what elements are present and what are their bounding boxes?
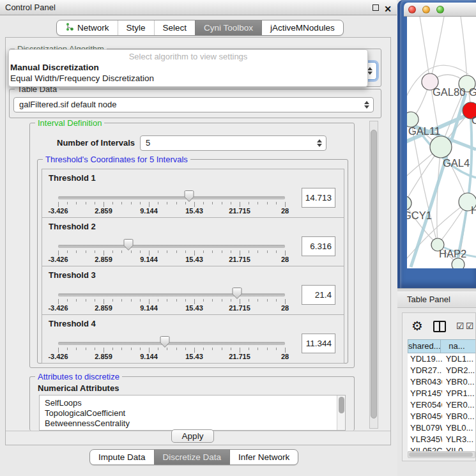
cell-shared-name: YBR045C bbox=[408, 411, 442, 422]
node-label: GAL4 bbox=[443, 157, 470, 169]
threshold-row: Threshold 3-3.4262.8599.14415.4321.71528… bbox=[42, 266, 344, 315]
threshold-slider-track[interactable] bbox=[58, 196, 285, 199]
tab-select[interactable]: Select bbox=[154, 20, 196, 35]
network-view[interactable]: GAL80GCGAL11GAL4GCY1HHAP2 bbox=[407, 17, 476, 268]
cell-name: YDL1... bbox=[442, 353, 476, 365]
mac-close-button[interactable] bbox=[408, 6, 416, 13]
slider-tick-label: 21.715 bbox=[224, 207, 256, 215]
table-panel-title: Table Panel bbox=[407, 295, 450, 304]
table-row[interactable]: YPR145WYPR1... bbox=[408, 388, 476, 399]
node-gcy1[interactable] bbox=[407, 196, 411, 210]
slider-tick-label: -3.426 bbox=[42, 304, 74, 312]
panel-vertical-scrollbar[interactable] bbox=[369, 121, 378, 429]
gear-icon[interactable]: ⚙ bbox=[411, 318, 423, 334]
slider-tick-label: 21.715 bbox=[224, 256, 256, 263]
table-row[interactable]: YDL19...YDL1... bbox=[408, 353, 476, 365]
cell-shared-name: YBR043C bbox=[408, 376, 442, 388]
threshold-slider-thumb[interactable] bbox=[232, 287, 242, 300]
checkbox-checked-icon[interactable]: ☑ bbox=[466, 321, 474, 331]
attributes-list-scrollbar[interactable] bbox=[337, 395, 345, 430]
tab-jactivemnodules[interactable]: jActiveMNodules bbox=[261, 20, 343, 35]
threshold-value-input[interactable]: 6.316 bbox=[302, 236, 335, 256]
attribute-item[interactable]: TopologicalCoefficient bbox=[40, 408, 345, 418]
table-panel-header: Table Panel bbox=[397, 291, 476, 308]
slider-tick-label: 15.43 bbox=[178, 353, 210, 360]
column-header-shared-name[interactable]: shared... bbox=[408, 339, 441, 353]
slider-tick-label: 21.715 bbox=[224, 353, 256, 360]
table-row[interactable]: YIL052CYIL0... bbox=[408, 445, 476, 451]
attributes-group-label: Attributes to discretize bbox=[35, 372, 122, 381]
threshold-title: Threshold 1 bbox=[49, 173, 96, 183]
slider-tick-label: 9.144 bbox=[133, 353, 165, 360]
tab-label: Network bbox=[77, 23, 109, 33]
control-panel-title: Control Panel bbox=[5, 3, 56, 12]
threshold-row: Threshold 1-3.4262.8599.14415.4321.71528… bbox=[42, 169, 344, 218]
threshold-value-input[interactable]: 21.4 bbox=[302, 285, 335, 305]
tab-style[interactable]: Style bbox=[118, 20, 154, 35]
combo-stepper-icon bbox=[317, 139, 322, 147]
slider-tick-label: 2.859 bbox=[88, 207, 119, 215]
columns-icon[interactable] bbox=[433, 321, 446, 332]
close-icon[interactable]: ✕ bbox=[384, 2, 392, 17]
tab-discretize-data[interactable]: Discretize Data bbox=[154, 450, 230, 464]
slider-tick-label: 9.144 bbox=[133, 207, 165, 215]
node-bottom[interactable] bbox=[452, 258, 464, 268]
tab-cyni-toolbox[interactable]: Cyni Toolbox bbox=[195, 20, 261, 35]
threshold-slider-thumb[interactable] bbox=[123, 238, 134, 251]
node-table-header: shared... na... bbox=[408, 339, 476, 353]
algorithm-option[interactable]: Manual Discretization bbox=[9, 62, 367, 73]
cell-shared-name: YPR145W bbox=[408, 388, 442, 399]
threshold-slider-track[interactable] bbox=[58, 293, 285, 296]
table-row[interactable]: YER054CYER0... bbox=[408, 399, 476, 411]
attributes-list-scrollbar-thumb[interactable] bbox=[339, 397, 344, 413]
attribute-item[interactable]: SelfLoops bbox=[40, 398, 345, 408]
panel-scrollbar-thumb[interactable] bbox=[371, 130, 377, 418]
cell-name: YBL0... bbox=[442, 422, 476, 434]
threshold-slider-track[interactable] bbox=[58, 342, 285, 345]
column-header-name[interactable]: na... bbox=[441, 339, 476, 353]
slider-tick-label: 28 bbox=[269, 304, 301, 312]
node-label: GAL80 bbox=[433, 86, 465, 98]
attribute-item[interactable]: BetweennessCentrality bbox=[40, 418, 345, 429]
number-of-intervals-value: 5 bbox=[146, 138, 150, 148]
table-row[interactable]: YBL079WYBL0... bbox=[408, 422, 476, 434]
table-row[interactable]: YLR345WYLR3... bbox=[408, 434, 476, 445]
node-label: C bbox=[472, 114, 476, 126]
slider-tick-label: 28 bbox=[269, 256, 301, 263]
mac-minimize-button[interactable] bbox=[422, 6, 430, 13]
threshold-slider-thumb[interactable] bbox=[160, 335, 170, 348]
table-row[interactable]: YDR27...YDR2... bbox=[408, 365, 476, 376]
tab-infer-network[interactable]: Infer Network bbox=[229, 450, 298, 464]
table-data-combo[interactable]: galFiltered.sif default node bbox=[13, 97, 374, 112]
slider-tick-label: 28 bbox=[269, 353, 301, 360]
slider-tick-label: 15.43 bbox=[178, 256, 210, 263]
algorithm-option[interactable]: Equal Width/Frequency Discretization bbox=[9, 73, 367, 84]
mac-zoom-button[interactable] bbox=[436, 6, 444, 13]
screen: Control Panel ✕ NetworkStyleSelectCyni T… bbox=[0, 0, 476, 476]
network-icon bbox=[65, 22, 74, 33]
threshold-value-input[interactable]: 14.713 bbox=[302, 188, 335, 208]
slider-tick-label: 9.144 bbox=[133, 256, 165, 263]
table-data-group: Table Data galFiltered.sif default node bbox=[9, 89, 381, 118]
table-scrollbar-thumb[interactable] bbox=[409, 452, 473, 457]
threshold-slider-track[interactable] bbox=[58, 245, 285, 248]
interval-definition-group: Interval Definition Number of Intervals … bbox=[29, 123, 355, 368]
tab-network[interactable]: Network bbox=[57, 20, 118, 35]
number-of-intervals-combo[interactable]: 5 bbox=[140, 135, 326, 151]
threshold-slider-thumb[interactable] bbox=[184, 190, 194, 203]
threshold-row: Threshold 4-3.4262.8599.14415.4321.71528… bbox=[42, 314, 344, 364]
node-label: H bbox=[471, 204, 476, 216]
cell-name: YBR0... bbox=[442, 411, 476, 422]
table-row[interactable]: YBR045CYBR0... bbox=[408, 411, 476, 422]
table-horizontal-scrollbar[interactable] bbox=[408, 451, 475, 458]
node-label: GAL11 bbox=[408, 125, 440, 137]
apply-button[interactable]: Apply bbox=[171, 429, 214, 443]
float-window-icon[interactable] bbox=[372, 4, 379, 11]
node-gal4[interactable] bbox=[430, 136, 452, 158]
threshold-value-input[interactable]: 11.344 bbox=[302, 334, 335, 353]
slider-tick-labels: -3.4262.8599.14415.4321.71528 bbox=[58, 207, 286, 215]
table-panel-box: ⚙ ☑ ☑ shared... na... YDL19...YDL1...YDR… bbox=[402, 312, 476, 461]
tab-impute-data[interactable]: Impute Data bbox=[90, 450, 154, 464]
checkbox-checked-icon[interactable]: ☑ bbox=[456, 321, 464, 331]
table-row[interactable]: YBR043CYBR0... bbox=[408, 376, 476, 388]
